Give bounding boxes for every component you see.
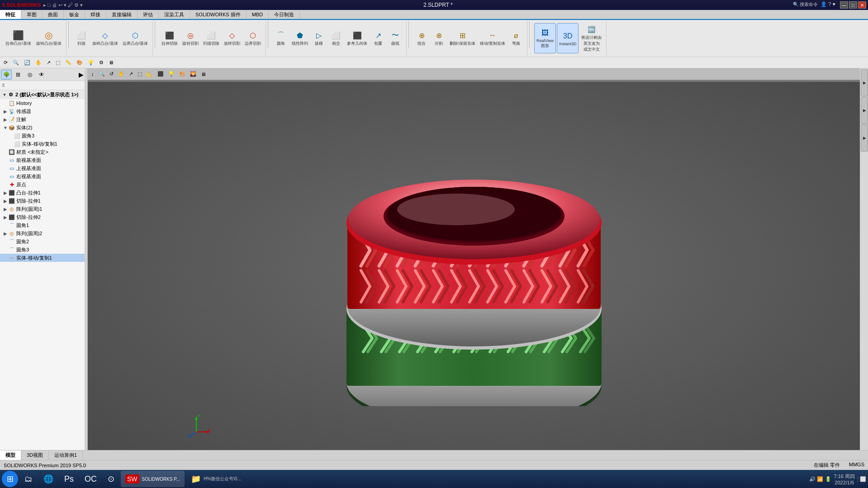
tab-weld[interactable]: 焊接 [85, 10, 106, 19]
vp-section-button[interactable]: 📐 [145, 70, 155, 78]
draft-button[interactable]: ▷ 拔模 [311, 29, 327, 47]
tab-sheetmetal[interactable]: 钣金 [64, 10, 85, 19]
move-body-button[interactable]: ↔ 移动/复制实体 [478, 29, 508, 47]
tree-item-solids[interactable]: ▼ 📦 实体(2) [0, 123, 85, 132]
tree-item-annotations[interactable]: ▶ 📝 注解 [0, 115, 85, 123]
vp-light-button[interactable]: 💡 [166, 70, 176, 78]
vp-rotate-button[interactable]: ↺ [108, 70, 115, 78]
realview-button[interactable]: 🖼 RealView图形 [534, 23, 556, 53]
vp-arrow-button[interactable]: ↗ [127, 70, 135, 78]
restore-button[interactable]: □ [849, 1, 857, 9]
bottom-tab-3dview[interactable]: 3D视图 [21, 450, 49, 460]
tab-sketch[interactable]: 草图 [21, 10, 43, 19]
view-display-button[interactable]: ⬚ [54, 59, 62, 66]
taskbar-explorer[interactable]: 🗂 [20, 471, 37, 487]
revolved-cut-button[interactable]: ◎ 旋转切割 [180, 29, 200, 47]
indent-button[interactable]: ⌀ 弯曲 [508, 29, 524, 47]
tree-item-pattern1[interactable]: ▶ ◎ 阵列(圆周)1 [0, 205, 85, 213]
tree-item-move1a[interactable]: ⬜ 实体-移动/复制1 [0, 140, 85, 148]
vp-select-button[interactable]: ⬚ [136, 70, 144, 78]
vp-shade-button[interactable]: ⬛ [156, 70, 166, 78]
vp-scene-button[interactable]: 🌄 [188, 70, 198, 78]
tree-item-cut1[interactable]: ▶ ⬛ 切除-拉伸1 [0, 197, 85, 205]
tree-item-fillet3a[interactable]: ⬜ 圆角3 [0, 132, 85, 140]
view-pan-button[interactable]: ✋ [33, 59, 43, 66]
vp-extra-button[interactable]: 🖥 [199, 71, 208, 78]
boundary-cut-button[interactable]: ⬡ 边界切割 [243, 29, 263, 47]
shell-button[interactable]: ⬜ 相交 [328, 29, 344, 47]
tree-item-move1[interactable]: ↔ 实体-移动/复制1 [0, 254, 85, 262]
chamfer-button[interactable]: ⬟ 线性阵列 [290, 29, 310, 47]
sidebar-tab-display[interactable]: 👁 [36, 70, 47, 80]
start-button[interactable]: ⊞ [2, 471, 18, 487]
view-orientation-button[interactable]: ⟳ [2, 59, 9, 66]
loft-button[interactable]: ◇ 放样凸台/基体 [90, 29, 120, 47]
tree-item-boss1[interactable]: ▶ ⬛ 凸台-拉伸1 [0, 189, 85, 197]
tab-feature[interactable]: 特征 [0, 10, 21, 19]
bottom-tab-model[interactable]: 模型 [0, 450, 21, 460]
taskbar-edge[interactable]: 🌐 [39, 471, 58, 487]
taskbar-wechat[interactable]: 📁 H%微信公众号\0... [186, 471, 246, 487]
view-extra-button[interactable]: 🖥 [107, 59, 115, 66]
boundary-button[interactable]: ⬡ 边界凸台/基体 [121, 29, 150, 47]
vp-zoom-button[interactable]: 🔍 [97, 70, 107, 78]
tab-direct-edit[interactable]: 直接编辑 [106, 10, 138, 19]
loft-cut-button[interactable]: ◇ 放样切割 [222, 29, 242, 47]
tree-item-origin[interactable]: ✚ 原点 [0, 180, 85, 189]
close-button[interactable]: ✕ [858, 1, 866, 9]
taskbar-oc[interactable]: OC [80, 471, 101, 487]
extruded-boss-button[interactable]: ⬛ 拉伸凸台/基体 [4, 29, 33, 47]
sidebar-expand-icon[interactable]: ▶ [79, 71, 84, 78]
rib-button[interactable]: ⬛ 参考几何体 [345, 29, 369, 47]
tab-mbd[interactable]: MBD [247, 10, 269, 19]
right-btn-1[interactable]: ▶ [861, 69, 868, 96]
combine-button[interactable]: ⊕ 组合 [413, 29, 430, 47]
tree-item-history[interactable]: 📋 History [0, 99, 85, 107]
view-scene-button[interactable]: 💡 [86, 59, 96, 66]
view-settings-button[interactable]: ⚙ [97, 59, 105, 66]
bottom-tab-motion[interactable]: 运动算例1 [49, 450, 83, 460]
scan-button[interactable]: ⬜ 扫描 [73, 29, 90, 47]
view-measure-button[interactable]: 📏 [63, 59, 73, 66]
tab-render[interactable]: 渲染工具 [159, 10, 190, 19]
sidebar-tab-config[interactable]: ◎ [24, 70, 35, 80]
vp-orient-button[interactable]: ↕ [90, 71, 96, 78]
3d-viewport[interactable]: ↕ 🔍 ↺ ✋ ↗ ⬚ 📐 ⬛ 💡 🎨 🌄 🖥 [88, 68, 860, 450]
taskbar-circle[interactable]: ⊙ [103, 471, 119, 487]
revolved-boss-button[interactable]: ◎ 旋转凸台/基体 [34, 29, 64, 47]
scan-cut-button[interactable]: ⬜ 扫描切除 [201, 29, 221, 47]
taskbar-ps[interactable]: Ps [60, 471, 78, 487]
vp-pan-button[interactable]: ✋ [116, 70, 126, 78]
tree-item-pattern2[interactable]: ▶ ◎ 阵列(圆周)2 [0, 229, 85, 237]
view-appearance-button[interactable]: 🎨 [75, 59, 85, 66]
vp-appearance-button[interactable]: 🎨 [177, 70, 187, 78]
right-btn-2[interactable]: ▶ [861, 97, 868, 124]
instant3d-button[interactable]: 3D Instant3D [557, 23, 579, 53]
tree-item-cut2[interactable]: ▶ ⬛ 切除-拉伸2 [0, 213, 85, 221]
tab-surface[interactable]: 曲面 [43, 10, 64, 19]
search-box[interactable]: 🔍 搜索命令 [793, 1, 818, 9]
tree-item-fillet3[interactable]: ⌒ 圆角3 [0, 246, 85, 254]
design-changes-button[interactable]: 🔤 将设计树由英文改为成文中文 [579, 23, 603, 53]
tree-header[interactable]: ▼ ⚙ 2 (默认<<默认>显示状态 1>) [0, 90, 85, 99]
minimize-button[interactable]: — [840, 1, 848, 9]
tree-item-material[interactable]: 🔲 材质 <未指定> [0, 148, 85, 156]
wrap-button[interactable]: ↗ 包覆 [370, 29, 386, 47]
view-zoom-button[interactable]: 🔍 [11, 59, 21, 66]
tree-item-sensors[interactable]: ▶ 📡 传感器 [0, 107, 85, 115]
show-desktop-button[interactable]: ⬜ [858, 476, 866, 482]
sidebar-tab-tree[interactable]: 🌳 [1, 70, 12, 80]
tree-item-fillet1[interactable]: ⌒ 圆角1 [0, 221, 85, 229]
split-button[interactable]: ⊗ 分割 [431, 29, 447, 47]
tree-item-front-plane[interactable]: ▭ 前视基准面 [0, 156, 85, 164]
view-rotate-button[interactable]: 🔄 [22, 59, 32, 66]
tree-item-right-plane[interactable]: ▭ 右视基准面 [0, 172, 85, 180]
intersect-button[interactable]: ⊞ 删除/保留实体 [448, 29, 477, 47]
tab-plugins[interactable]: SOLIDWORKS 插件 [190, 10, 247, 19]
tree-item-fillet2[interactable]: ⌒ 圆角2 [0, 237, 85, 246]
view-section-button[interactable]: ↗ [45, 59, 52, 66]
right-btn-3[interactable]: ▶ [861, 124, 868, 152]
curves-button[interactable]: 〜 曲线 [387, 29, 403, 47]
tree-item-top-plane[interactable]: ▭ 上视基准面 [0, 164, 85, 172]
tab-manufacture[interactable]: 今日制造 [269, 10, 300, 19]
